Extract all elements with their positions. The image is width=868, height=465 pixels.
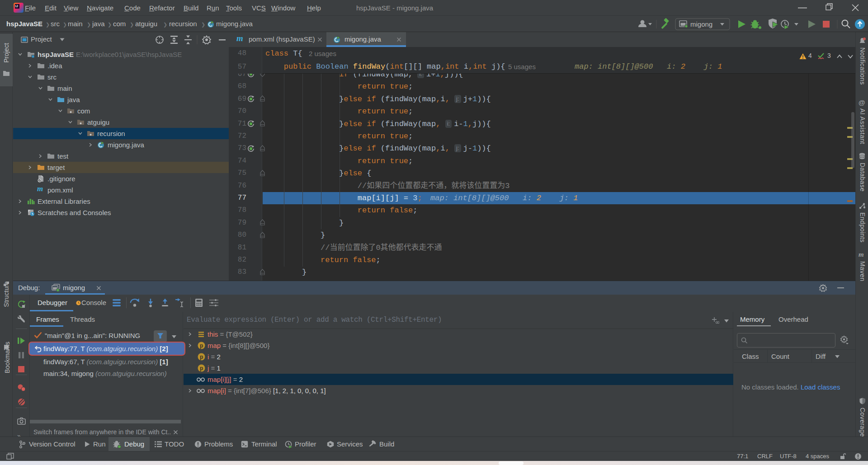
svg-text:p: p bbox=[200, 354, 203, 360]
svg-text:p: p bbox=[200, 343, 203, 349]
svg-text:p: p bbox=[200, 365, 203, 371]
svg-text:migong: migong bbox=[690, 20, 712, 28]
